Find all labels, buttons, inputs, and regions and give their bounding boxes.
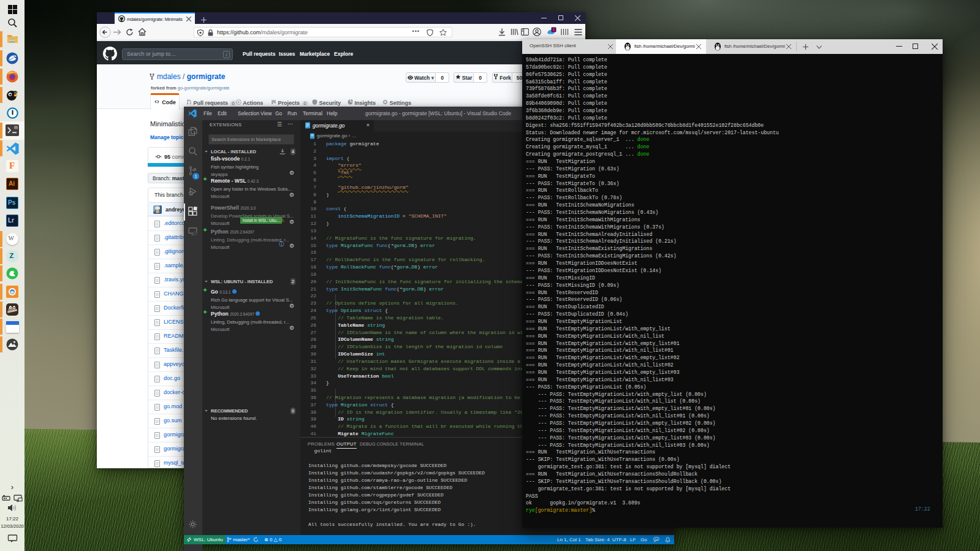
svg-text:0: 0 [553, 28, 555, 32]
